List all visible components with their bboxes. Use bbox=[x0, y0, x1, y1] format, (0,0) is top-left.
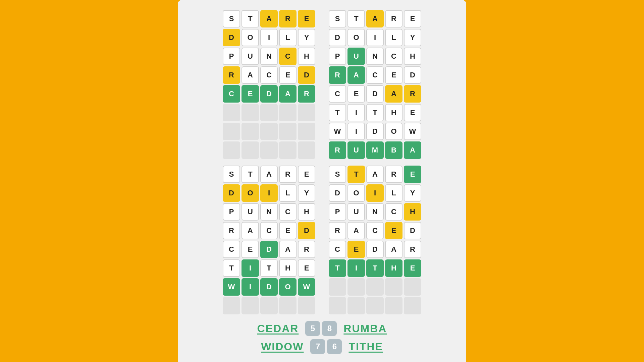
word-left[interactable]: CEDAR bbox=[257, 322, 299, 335]
grid-cell: A bbox=[366, 166, 384, 183]
grid-row: WIDOW bbox=[223, 278, 315, 296]
grid-cell: U bbox=[241, 203, 259, 221]
grid-cell: Y bbox=[404, 184, 421, 202]
grid-cell: A bbox=[241, 66, 259, 84]
grid-cell bbox=[223, 141, 240, 159]
grid-cell: W bbox=[223, 278, 240, 296]
main-card: STAREDOILYPUNCHRACEDCEDARSTAREDOILYPUNCH… bbox=[178, 0, 466, 362]
grid-cell: D bbox=[366, 85, 384, 103]
grid-cell: I bbox=[366, 184, 384, 202]
grid-cell: R bbox=[329, 66, 346, 84]
grid-cell bbox=[223, 104, 240, 121]
grid-cell: I bbox=[347, 259, 365, 277]
grid-cell: L bbox=[279, 29, 297, 46]
grid-cell: S bbox=[223, 10, 240, 27]
grid-cell: R bbox=[223, 222, 240, 239]
grid-cell: U bbox=[347, 48, 365, 65]
grid-cell bbox=[241, 141, 259, 159]
grid-row: STARE bbox=[223, 166, 315, 183]
grid-cell: O bbox=[385, 123, 402, 140]
grid-cell: S bbox=[329, 10, 346, 27]
grid-bottom-left: STAREDOILYPUNCHRACEDCEDARTITHEWIDOW bbox=[223, 166, 315, 314]
grid-cell bbox=[241, 297, 259, 314]
grid-row: CEDAR bbox=[223, 85, 315, 103]
grid-row: DOILY bbox=[223, 184, 315, 202]
grid-row: PUNCH bbox=[329, 48, 421, 65]
grid-row: DOILY bbox=[223, 29, 315, 46]
score-badge: 5 bbox=[305, 321, 320, 336]
grid-row: RUMBA bbox=[329, 141, 421, 159]
score-badge: 6 bbox=[327, 339, 342, 354]
grid-cell: I bbox=[347, 104, 365, 121]
score-badges: 76 bbox=[310, 339, 342, 354]
grid-cell: S bbox=[223, 166, 240, 183]
grid-cell: R bbox=[404, 85, 421, 103]
grid-cell: R bbox=[404, 241, 421, 258]
grid-cell: H bbox=[404, 48, 421, 65]
grid-cell: I bbox=[241, 259, 259, 277]
grid-cell: D bbox=[329, 184, 346, 202]
grid-cell: D bbox=[260, 85, 278, 103]
grid-cell: Y bbox=[404, 29, 421, 46]
grid-row: TITHE bbox=[329, 104, 421, 121]
grid-cell: C bbox=[223, 241, 240, 258]
grid-cell: R bbox=[279, 10, 297, 27]
grid-cell: A bbox=[241, 222, 259, 239]
top-grids-row: STAREDOILYPUNCHRACEDCEDARSTAREDOILYPUNCH… bbox=[188, 10, 456, 159]
grid-row: STARE bbox=[329, 166, 421, 183]
grid-cell: A bbox=[404, 141, 421, 159]
grid-row: RACED bbox=[223, 222, 315, 239]
grid-cell: H bbox=[404, 203, 421, 221]
grid-cell: N bbox=[260, 203, 278, 221]
grid-cell: Y bbox=[298, 29, 315, 46]
grid-cell: O bbox=[241, 184, 259, 202]
grid-cell bbox=[279, 104, 297, 121]
grid-top-left: STAREDOILYPUNCHRACEDCEDAR bbox=[223, 10, 315, 159]
grid-cell: R bbox=[385, 166, 402, 183]
grid-row bbox=[223, 141, 315, 159]
grid-row: WIDOW bbox=[329, 123, 421, 140]
grid-cell: T bbox=[241, 166, 259, 183]
grid-cell: M bbox=[366, 141, 384, 159]
grid-cell: D bbox=[298, 222, 315, 239]
word-right[interactable]: RUMBA bbox=[343, 322, 387, 335]
word-left[interactable]: WIDOW bbox=[261, 341, 304, 353]
grid-cell: D bbox=[404, 66, 421, 84]
grid-cell: C bbox=[366, 222, 384, 239]
grid-cell: A bbox=[347, 222, 365, 239]
grid-row bbox=[223, 297, 315, 314]
grid-cell: O bbox=[347, 184, 365, 202]
grid-cell: R bbox=[223, 66, 240, 84]
grid-cell: R bbox=[329, 141, 346, 159]
grid-cell bbox=[329, 297, 346, 314]
grid-cell bbox=[366, 297, 384, 314]
grid-cell bbox=[298, 141, 315, 159]
grid-cell: T bbox=[329, 259, 346, 277]
grid-cell bbox=[298, 123, 315, 140]
grid-cell: C bbox=[279, 203, 297, 221]
grid-row: DOILY bbox=[329, 184, 421, 202]
grid-cell: E bbox=[298, 10, 315, 27]
grid-row: PUNCH bbox=[223, 48, 315, 65]
grid-cell: U bbox=[347, 141, 365, 159]
grid-cell: U bbox=[241, 48, 259, 65]
grid-cell: E bbox=[404, 104, 421, 121]
grid-cell: I bbox=[260, 184, 278, 202]
grid-cell: P bbox=[329, 203, 346, 221]
word-right[interactable]: TITHE bbox=[348, 341, 383, 353]
grid-cell bbox=[298, 297, 315, 314]
grid-cell: H bbox=[385, 104, 402, 121]
grid-cell: W bbox=[329, 123, 346, 140]
grid-cell bbox=[260, 141, 278, 159]
grid-cell bbox=[347, 278, 365, 296]
grid-row: PUNCH bbox=[223, 203, 315, 221]
grid-cell: E bbox=[298, 259, 315, 277]
grid-cell: R bbox=[298, 85, 315, 103]
grid-cell: P bbox=[223, 48, 240, 65]
grid-cell: E bbox=[385, 222, 402, 239]
grid-cell bbox=[260, 104, 278, 121]
grid-cell: C bbox=[279, 48, 297, 65]
grid-row: TITHE bbox=[329, 259, 421, 277]
grid-cell: H bbox=[298, 48, 315, 65]
grid-cell: P bbox=[329, 48, 346, 65]
